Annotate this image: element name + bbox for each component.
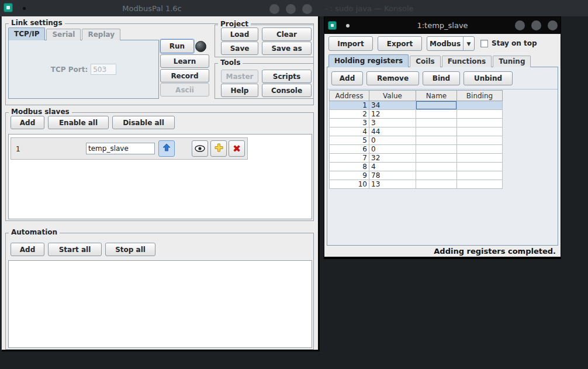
clear-button[interactable]: Clear [262, 27, 312, 41]
col-header-value[interactable]: Value [369, 91, 416, 101]
register-cell-address[interactable]: 9 [330, 171, 369, 180]
register-cell-value[interactable]: 12 [369, 110, 416, 119]
register-row[interactable]: 60 [330, 145, 503, 154]
remove-register-button[interactable]: Remove [366, 71, 419, 85]
register-cell-value[interactable]: 3 [369, 119, 416, 127]
register-cell-name[interactable] [416, 101, 457, 110]
toggle-visibility-button[interactable] [192, 140, 208, 157]
register-cell-binding[interactable] [457, 171, 503, 180]
slave-minimize-button[interactable] [515, 20, 525, 30]
register-row[interactable]: 50 [330, 136, 503, 145]
register-cell-value[interactable]: 0 [369, 136, 416, 145]
save-as-button[interactable]: Save as [262, 42, 312, 55]
tab-replay[interactable]: Replay [82, 29, 120, 40]
register-cell-address[interactable]: 1 [330, 101, 369, 110]
register-cell-name[interactable] [416, 180, 457, 189]
register-cell-binding[interactable] [457, 180, 503, 189]
slave-row[interactable]: 1 ✖ [11, 137, 248, 160]
register-cell-address[interactable]: 4 [330, 127, 369, 136]
slave-maximize-button[interactable] [531, 20, 541, 30]
register-cell-name[interactable] [416, 119, 457, 127]
register-cell-address[interactable]: 3 [330, 119, 369, 127]
register-cell-value[interactable]: 32 [369, 154, 416, 163]
slave-window-titlebar: 1:temp_slave [324, 17, 561, 34]
register-cell-name[interactable] [416, 127, 457, 136]
delete-slave-button[interactable]: ✖ [229, 140, 245, 157]
register-row[interactable]: 444 [330, 127, 503, 136]
register-cell-name[interactable] [416, 145, 457, 154]
register-cell-value[interactable]: 34 [369, 101, 416, 110]
register-cell-binding[interactable] [457, 145, 503, 154]
register-row[interactable]: 1013 [330, 180, 503, 189]
register-cell-binding[interactable] [457, 154, 503, 163]
register-row[interactable]: 732 [330, 154, 503, 163]
load-button[interactable]: Load [221, 27, 258, 41]
register-cell-binding[interactable] [457, 127, 503, 136]
stop-all-button[interactable]: Stop all [105, 243, 155, 256]
register-cell-binding[interactable] [457, 101, 503, 110]
help-button[interactable]: Help [221, 84, 258, 97]
slave-name-field[interactable] [86, 143, 155, 154]
register-cell-address[interactable]: 10 [330, 180, 369, 189]
col-header-address[interactable]: Address [330, 91, 369, 101]
register-row[interactable]: 212 [330, 110, 503, 119]
minimize-button[interactable] [269, 4, 279, 14]
start-all-button[interactable]: Start all [48, 243, 102, 256]
register-cell-name[interactable] [416, 171, 457, 180]
register-cell-value[interactable]: 78 [369, 171, 416, 180]
register-cell-value[interactable]: 44 [369, 127, 416, 136]
scripts-button[interactable]: Scripts [262, 70, 312, 83]
register-cell-name[interactable] [416, 110, 457, 119]
register-cell-binding[interactable] [457, 163, 503, 171]
add-automation-list-button[interactable]: Add [11, 243, 44, 256]
tab-coils[interactable]: Coils [410, 56, 440, 67]
tab-serial[interactable]: Serial [46, 29, 81, 40]
register-cell-name[interactable] [416, 163, 457, 171]
stay-on-top-checkbox[interactable] [480, 40, 488, 47]
learn-button[interactable]: Learn [160, 54, 209, 68]
show-slave-window-button[interactable] [158, 140, 175, 157]
col-header-binding[interactable]: Binding [457, 91, 503, 101]
register-cell-address[interactable]: 8 [330, 163, 369, 171]
save-button[interactable]: Save [221, 42, 258, 55]
maximize-button[interactable] [286, 4, 296, 14]
tab-tcpip[interactable]: TCP/IP [8, 27, 45, 40]
register-row[interactable]: 134 [330, 101, 503, 110]
register-cell-address[interactable]: 6 [330, 145, 369, 154]
register-cell-binding[interactable] [457, 119, 503, 127]
bind-button[interactable]: Bind [423, 71, 460, 85]
register-cell-address[interactable]: 7 [330, 154, 369, 163]
konsole-window-title: - : sudo java — Konsole [325, 4, 414, 13]
register-cell-address[interactable]: 2 [330, 110, 369, 119]
close-button[interactable] [302, 4, 312, 14]
register-cell-binding[interactable] [457, 136, 503, 145]
add-automation-button[interactable] [210, 140, 227, 157]
disable-all-button[interactable]: Disable all [112, 116, 175, 129]
register-row[interactable]: 978 [330, 171, 503, 180]
register-cell-binding[interactable] [457, 110, 503, 119]
run-button[interactable]: Run [160, 39, 194, 53]
register-row[interactable]: 84 [330, 163, 503, 171]
tab-tuning[interactable]: Tuning [493, 56, 531, 67]
console-button[interactable]: Console [262, 84, 312, 97]
register-cell-value[interactable]: 4 [369, 163, 416, 171]
add-slave-button[interactable]: Add [11, 116, 44, 129]
register-cell-value[interactable]: 0 [369, 145, 416, 154]
export-button[interactable]: Export [378, 36, 422, 51]
tcp-port-label: TCP Port: [51, 65, 88, 74]
modbus-mode-dropdown[interactable]: Modbus ▼ [427, 36, 475, 51]
add-register-button[interactable]: Add [331, 71, 363, 85]
slave-close-button[interactable] [548, 20, 558, 30]
record-button[interactable]: Record [160, 69, 209, 82]
import-button[interactable]: Import [328, 36, 373, 51]
register-cell-name[interactable] [416, 136, 457, 145]
col-header-name[interactable]: Name [416, 91, 457, 101]
register-cell-address[interactable]: 5 [330, 136, 369, 145]
tab-holding-registers[interactable]: Holding registers [328, 54, 409, 67]
register-cell-value[interactable]: 13 [369, 180, 416, 189]
enable-all-button[interactable]: Enable all [48, 116, 109, 129]
tab-functions[interactable]: Functions [442, 56, 492, 67]
unbind-button[interactable]: Unbind [464, 71, 513, 85]
register-row[interactable]: 33 [330, 119, 503, 127]
register-cell-name[interactable] [416, 154, 457, 163]
